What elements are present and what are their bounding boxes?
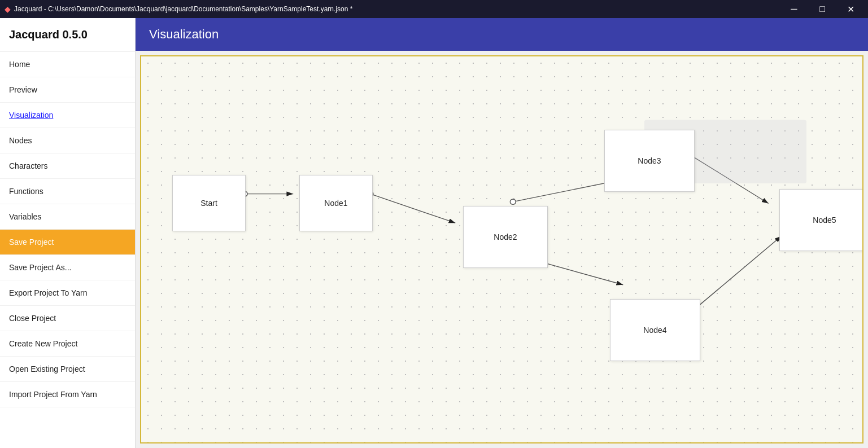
node-node2-label: Node2 (494, 232, 517, 241)
sidebar-item-create-new-project[interactable]: Create New Project (0, 331, 135, 357)
node-start[interactable]: Start (172, 175, 246, 231)
maximize-button[interactable]: □ (809, 0, 835, 18)
node-node5[interactable]: Node5 (779, 189, 863, 251)
node-node1[interactable]: Node1 (299, 175, 373, 231)
sidebar-item-save-project-as[interactable]: Save Project As... (0, 255, 135, 280)
minimize-button[interactable]: ─ (781, 0, 807, 18)
node-node4[interactable]: Node4 (610, 299, 700, 361)
app-title: Jacquard 0.5.0 (0, 18, 135, 52)
node-node4-label: Node4 (643, 326, 666, 335)
page-title: Visualization (149, 27, 219, 41)
content-area: Visualization (136, 18, 868, 448)
sidebar-item-nodes[interactable]: Nodes (0, 128, 135, 153)
sidebar-item-variables[interactable]: Variables (0, 204, 135, 230)
svg-line-3 (370, 194, 455, 223)
sidebar-item-save-project[interactable]: Save Project (0, 230, 135, 255)
svg-line-9 (689, 154, 769, 203)
sidebar-item-preview[interactable]: Preview (0, 77, 135, 103)
sidebar-item-export-project[interactable]: Export Project To Yarn (0, 280, 135, 306)
node-node2[interactable]: Node2 (463, 206, 548, 268)
node-node3[interactable]: Node3 (604, 130, 695, 192)
sidebar-item-home[interactable]: Home (0, 52, 135, 77)
main-layout: Jacquard 0.5.0 Home Preview Visualizatio… (0, 18, 868, 448)
titlebar-left: ◆ Jacquard - C:\Users\Damon\Documents\Ja… (5, 5, 352, 14)
node-node5-label: Node5 (813, 216, 836, 225)
sidebar: Jacquard 0.5.0 Home Preview Visualizatio… (0, 18, 136, 448)
visualization-canvas[interactable]: Start Node1 Node2 Node3 Node4 Node5 (140, 55, 863, 443)
content-header: Visualization (136, 18, 868, 51)
svg-point-6 (510, 199, 516, 204)
app-icon: ◆ (5, 5, 11, 14)
titlebar-title: Jacquard - C:\Users\Damon\Documents\Jacq… (14, 5, 352, 13)
sidebar-item-close-project[interactable]: Close Project (0, 306, 135, 331)
titlebar-controls: ─ □ ✕ (781, 0, 863, 18)
sidebar-item-open-existing[interactable]: Open Existing Project (0, 357, 135, 382)
node-node1-label: Node1 (324, 199, 347, 208)
node-start-label: Start (200, 199, 217, 208)
sidebar-item-functions[interactable]: Functions (0, 179, 135, 204)
titlebar: ◆ Jacquard - C:\Users\Damon\Documents\Ja… (0, 0, 868, 18)
sidebar-item-visualization[interactable]: Visualization (0, 103, 135, 128)
node-node3-label: Node3 (638, 156, 661, 165)
svg-line-11 (695, 236, 781, 309)
close-button[interactable]: ✕ (838, 0, 863, 18)
sidebar-item-import-project[interactable]: Import Project From Yarn (0, 382, 135, 407)
sidebar-item-characters[interactable]: Characters (0, 153, 135, 179)
